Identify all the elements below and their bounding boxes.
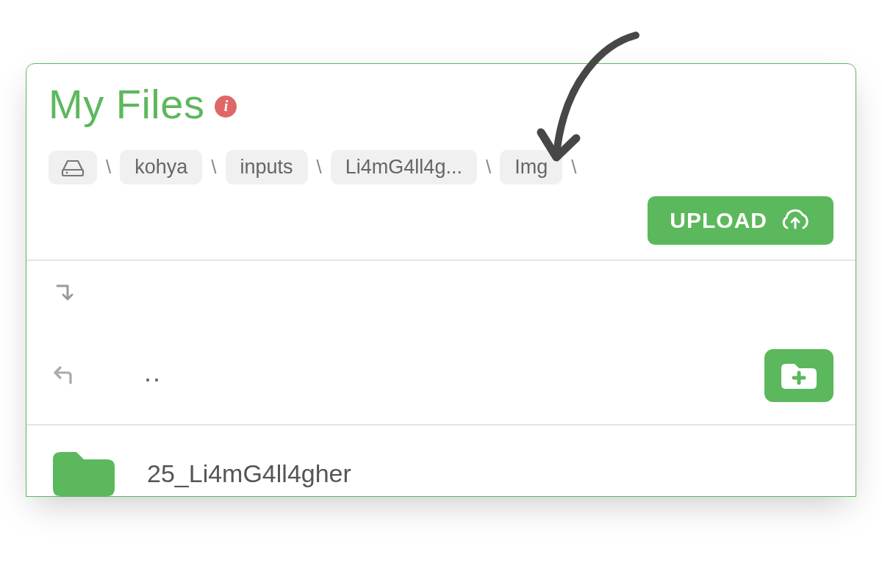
page-title: My Files — [49, 80, 204, 128]
actions-bar: UPLOAD — [26, 184, 856, 259]
parent-dir-left: .. — [49, 361, 162, 390]
parent-dir-row[interactable] — [26, 261, 856, 327]
breadcrumb-sep: \ — [486, 156, 491, 179]
info-icon[interactable]: i — [215, 96, 237, 118]
drive-icon — [60, 158, 85, 177]
file-panel: My Files i \ kohya \ inputs \ Li4mG4ll4g… — [26, 63, 856, 497]
upload-button[interactable]: UPLOAD — [648, 196, 833, 245]
folder-icon — [49, 445, 119, 497]
new-folder-button[interactable] — [764, 349, 833, 402]
breadcrumb-sep: \ — [106, 156, 111, 179]
breadcrumb-sep: \ — [317, 156, 322, 179]
svg-rect-0 — [62, 170, 83, 176]
breadcrumb-sep: \ — [211, 156, 216, 179]
upload-label: UPLOAD — [670, 208, 767, 233]
breadcrumb-item-inputs[interactable]: inputs — [226, 150, 308, 184]
panel-header: My Files i — [26, 64, 856, 128]
folder-name: 25_Li4mG4ll4gher — [147, 459, 351, 488]
back-icon — [49, 280, 76, 308]
breadcrumb-root[interactable] — [49, 151, 97, 184]
list-item[interactable]: 25_Li4mG4ll4gher — [26, 426, 856, 497]
breadcrumb-sep: \ — [571, 156, 576, 179]
breadcrumb-item-img[interactable]: Img — [500, 150, 562, 184]
return-icon — [49, 361, 78, 390]
cloud-upload-icon — [779, 208, 811, 233]
svg-point-1 — [66, 171, 68, 173]
parent-dir-label: .. — [144, 366, 162, 385]
breadcrumb-item-kohya[interactable]: kohya — [120, 150, 202, 184]
folder-plus-icon — [778, 359, 820, 392]
breadcrumb-item-li4m[interactable]: Li4mG4ll4g... — [331, 150, 477, 184]
parent-dir-row[interactable]: .. — [26, 327, 856, 424]
breadcrumb: \ kohya \ inputs \ Li4mG4ll4g... \ Img \ — [26, 150, 856, 184]
